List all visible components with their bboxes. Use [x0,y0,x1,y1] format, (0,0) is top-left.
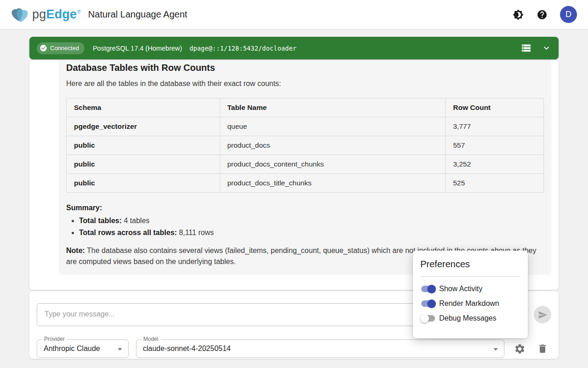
dark-mode-toggle-button[interactable] [512,9,524,21]
settings-button[interactable] [514,343,526,355]
preferences-popup: Preferences Show ActivityRender Markdown… [413,251,528,338]
toggle-thumb [420,314,429,323]
toggle-label: Debug Messages [439,314,497,322]
provider-select[interactable]: Provider Anthropic Claude [37,339,129,358]
table-header-row: SchemaTable NameRow Count [67,98,544,117]
results-table: SchemaTable NameRow Count pgedge_vectori… [66,98,544,193]
pgedge-logo-icon [10,5,30,25]
toggle-switch[interactable] [421,315,435,322]
table-cell: public [67,174,220,193]
connection-expand-button[interactable] [540,42,552,54]
bullet-value: 8,111 rows [179,229,214,236]
table-row: publicproduct_docs_content_chunks3,252 [67,155,544,174]
list-item: Total rows across all tables: 8,111 rows [79,229,544,237]
provider-select-label: Provider [42,336,67,342]
server-version-label: PostgreSQL 17.4 (Homebrew) [93,45,182,52]
user-avatar[interactable]: D [560,6,577,23]
connection-string: dpage@::1/128:5432/docloader [189,45,296,52]
preferences-title: Preferences [420,259,520,270]
message-intro: Here are all the tables in the database … [66,80,544,88]
toggle-switch[interactable] [421,300,435,307]
table-cell: pgedge_vectorizer [67,117,220,136]
connection-status-badge: Connected [37,42,85,54]
table-cell: queue [220,117,446,136]
column-header: Schema [67,98,220,117]
pref-row-render-markdown: Render Markdown [420,298,520,310]
toggle-thumb [427,299,436,308]
preferences-toggle-list: Show ActivityRender MarkdownDebug Messag… [420,283,520,324]
send-button[interactable] [534,306,551,323]
table-cell: product_docs_content_chunks [220,155,446,174]
toggle-label: Show Activity [439,285,482,293]
table-row: pgedge_vectorizerqueue3,777 [67,117,544,136]
bullet-label: Total tables: [79,217,122,224]
dropdown-arrow-icon [114,344,125,355]
send-icon [538,310,548,320]
brightness-icon [513,9,524,20]
app-window: pgEdge® Natural Language Agent D Conne [0,0,588,368]
note-label: Note: [66,247,85,254]
summary-list: Total tables: 4 tables Total rows across… [66,217,544,237]
server-list-button[interactable] [520,42,532,54]
column-header: Table Name [220,98,446,117]
table-cell: product_docs [220,136,446,155]
model-select-value: claude-sonnet-4-20250514 [136,340,504,357]
bullet-label: Total rows across all tables: [79,229,177,236]
dropdown-arrow-icon [490,344,501,355]
trash-icon [537,343,548,354]
connection-bar[interactable]: Connected PostgreSQL 17.4 (Homebrew) dpa… [29,37,559,59]
gear-icon [514,343,526,355]
server-stack-icon [521,43,531,53]
pref-row-show-activity: Show Activity [420,283,520,295]
column-header: Row Count [446,98,544,117]
table-row: publicproduct_docs557 [67,136,544,155]
pgedge-logo: pgEdge® [10,5,81,25]
table-cell: public [67,155,220,174]
message-heading: Database Tables with Row Counts [66,63,544,73]
connection-status-label: Connected [50,45,79,52]
table-cell: product_docs_title_chunks [220,174,446,193]
help-button[interactable] [536,9,548,21]
help-icon [537,9,548,20]
clear-chat-button[interactable] [537,343,548,355]
chevron-down-icon [541,43,552,53]
toggle-thumb [427,285,436,293]
bullet-value: 4 tables [124,217,150,224]
list-item: Total tables: 4 tables [79,217,544,225]
table-cell: 3,777 [446,117,544,136]
divider [420,276,520,277]
summary-heading: Summary: [66,204,544,212]
pref-row-debug-messages: Debug Messages [420,312,520,324]
check-circle-icon [40,44,47,52]
assistant-message: Database Tables with Row Counts Here are… [59,60,551,275]
model-select[interactable]: Model claude-sonnet-4-20250514 [136,339,504,358]
toggle-switch[interactable] [421,286,435,292]
table-cell: public [67,136,220,155]
toggle-label: Render Markdown [439,299,499,308]
table-row: publicproduct_docs_title_chunks525 [67,174,544,193]
table-cell: 557 [446,136,544,155]
table-cell: 3,252 [446,155,544,174]
pgedge-wordmark: pgEdge® [32,7,81,22]
table-cell: 525 [446,174,544,193]
app-header: pgEdge® Natural Language Agent D [0,0,588,29]
page-title: Natural Language Agent [88,9,187,20]
model-select-label: Model [141,336,161,342]
